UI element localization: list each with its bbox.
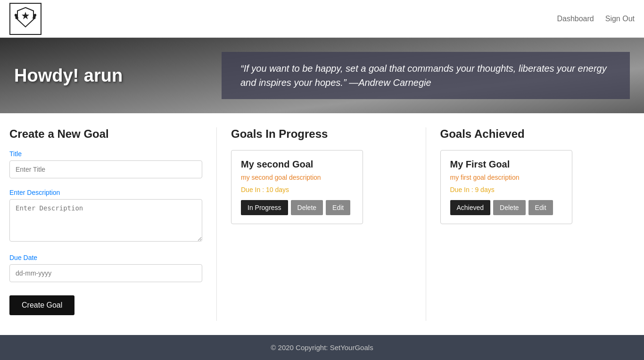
due-date-label: Due Date	[9, 254, 202, 261]
goal-achieved-title: My First Goal	[450, 159, 562, 170]
goal-card-achieved: My First Goal my first goal description …	[440, 150, 572, 224]
hero-content: Howdy! arun “If you want to be happy, se…	[0, 42, 644, 109]
goal-card-in-progress: My second Goal my second goal descriptio…	[231, 150, 363, 224]
dashboard-link[interactable]: Dashboard	[557, 15, 594, 23]
in-progress-status-button[interactable]: In Progress	[241, 200, 288, 215]
goal-in-progress-actions: In Progress Delete Edit	[241, 200, 353, 215]
title-label: Title	[9, 150, 202, 158]
create-goal-title: Create a New Goal	[9, 127, 202, 141]
footer-copyright: © 2020 Copyright: SetYourGoals	[271, 343, 373, 352]
achieved-delete-button[interactable]: Delete	[493, 200, 525, 215]
hero-greeting: Howdy! arun	[14, 66, 146, 86]
logo	[9, 3, 41, 35]
goal-achieved-actions: Achieved Delete Edit	[450, 200, 562, 215]
hero-quote-box: “If you want to be happy, set a goal tha…	[222, 52, 630, 99]
due-date-group: Due Date	[9, 254, 202, 291]
svg-marker-1	[22, 12, 29, 19]
create-goal-section: Create a New Goal Title Enter Descriptio…	[9, 127, 217, 321]
in-progress-delete-button[interactable]: Delete	[291, 200, 323, 215]
logo-svg	[14, 5, 37, 29]
nav: Dashboard Sign Out	[557, 15, 635, 23]
goals-achieved-section: Goals Achieved My First Goal my first go…	[426, 127, 635, 321]
hero-banner: Howdy! arun “If you want to be happy, se…	[0, 38, 644, 113]
in-progress-edit-button[interactable]: Edit	[326, 200, 350, 215]
goal-achieved-description: my first goal description	[450, 174, 562, 181]
sign-out-link[interactable]: Sign Out	[605, 15, 635, 23]
title-input[interactable]	[9, 160, 202, 178]
logo-icon	[14, 5, 37, 32]
achieved-status-button[interactable]: Achieved	[450, 200, 491, 215]
description-textarea[interactable]	[9, 199, 202, 242]
description-group: Enter Description	[9, 189, 202, 252]
hero-quote: “If you want to be happy, set a goal tha…	[240, 61, 611, 90]
create-goal-button[interactable]: Create Goal	[9, 295, 74, 315]
due-date-input[interactable]	[9, 264, 202, 282]
header: Dashboard Sign Out	[0, 0, 644, 38]
goals-in-progress-section: Goals In Progress My second Goal my seco…	[217, 127, 426, 321]
footer: © 2020 Copyright: SetYourGoals	[0, 335, 644, 360]
description-label: Enter Description	[9, 189, 202, 196]
main-content: Create a New Goal Title Enter Descriptio…	[0, 113, 644, 335]
goals-achieved-title: Goals Achieved	[440, 127, 621, 141]
goal-achieved-due: Due In : 9 days	[450, 186, 562, 193]
goal-in-progress-description: my second goal description	[241, 174, 353, 181]
goals-in-progress-title: Goals In Progress	[231, 127, 412, 141]
achieved-edit-button[interactable]: Edit	[528, 200, 553, 215]
goal-in-progress-title: My second Goal	[241, 159, 353, 170]
title-group: Title	[9, 150, 202, 187]
goal-in-progress-due: Due In : 10 days	[241, 186, 353, 193]
